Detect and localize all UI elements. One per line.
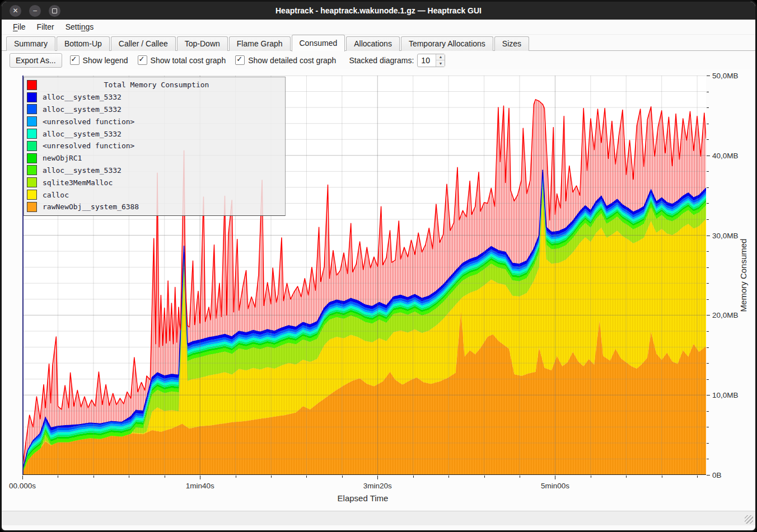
legend-item: <unresolved function> xyxy=(24,115,285,128)
tick-mark xyxy=(662,475,662,478)
tick-mark xyxy=(707,124,709,124)
tick-mark xyxy=(707,283,709,284)
tick-mark xyxy=(707,156,710,156)
tick-mark xyxy=(707,475,710,475)
maximize-button[interactable] xyxy=(49,5,60,17)
tick-mark xyxy=(484,475,485,478)
minimize-button[interactable]: – xyxy=(29,5,41,17)
checkbox-label: Show legend xyxy=(83,56,128,65)
tick-mark xyxy=(520,475,520,478)
tick-mark xyxy=(165,475,165,478)
legend-item: rawNewObj__system_6388 xyxy=(24,201,285,213)
tick-mark xyxy=(448,475,449,478)
checkmark-icon xyxy=(70,55,80,65)
legend-label: rawNewObj__system_6388 xyxy=(43,203,139,211)
tick-mark xyxy=(22,475,23,479)
tick-mark xyxy=(707,251,709,252)
legend-item: <unresolved function> xyxy=(24,140,285,152)
checkbox-label: Show detailed cost graph xyxy=(248,56,336,65)
tick-mark xyxy=(94,475,94,478)
legend-swatch xyxy=(27,190,37,200)
close-icon: ✕ xyxy=(12,7,18,14)
legend-label: <unresolved function> xyxy=(43,142,134,150)
tick-mark xyxy=(707,267,709,268)
tick-mark xyxy=(707,379,709,380)
y-tick-label: 20,0MB xyxy=(712,311,739,319)
tick-mark xyxy=(707,76,710,76)
tick-mark xyxy=(200,475,200,479)
legend-swatch xyxy=(27,153,37,163)
legend-item: calloc xyxy=(24,189,285,201)
legend-swatch xyxy=(27,141,37,151)
tick-mark xyxy=(697,475,698,478)
tick-mark xyxy=(271,475,272,478)
legend-label: alloc__system_5332 xyxy=(43,93,122,101)
export-as-button[interactable]: Export As... xyxy=(10,53,62,68)
tab-caller-callee[interactable]: Caller / Callee xyxy=(111,36,176,51)
tick-mark xyxy=(707,139,709,140)
memory-consumption-chart: Total Memory Consumptionalloc__system_53… xyxy=(2,69,755,511)
checkbox-show-legend[interactable]: Show legend xyxy=(70,55,128,65)
legend-swatch xyxy=(27,177,37,187)
tick-mark xyxy=(707,92,709,92)
tab-top-down[interactable]: Top-Down xyxy=(177,36,228,51)
tick-mark xyxy=(555,475,555,479)
tick-mark xyxy=(707,331,709,332)
menu-item-settings[interactable]: Settings xyxy=(60,21,100,32)
toolbar: Export As... Show legendShow total cost … xyxy=(2,51,755,69)
x-tick-label: 5min00s xyxy=(541,482,569,490)
stacked-diagrams-input[interactable] xyxy=(418,54,436,67)
y-tick-label: 0B xyxy=(712,471,722,479)
spin-down-icon[interactable]: ▼ xyxy=(436,60,445,67)
tick-mark xyxy=(707,459,709,459)
tab-temporary-allocations[interactable]: Temporary Allocations xyxy=(401,36,493,51)
y-tick-label: 10,0MB xyxy=(712,391,739,399)
tick-mark xyxy=(707,363,709,364)
legend-item: alloc__system_5332 xyxy=(24,164,285,177)
legend-item: newObjRC1 xyxy=(24,152,285,164)
menu-bar: FileFilterSettings xyxy=(2,20,755,35)
tab-consumed[interactable]: Consumed xyxy=(292,35,345,51)
legend-swatch xyxy=(27,202,37,212)
tab-bar: SummaryBottom-UpCaller / CalleeTop-DownF… xyxy=(2,35,755,51)
tab-flame-graph[interactable]: Flame Graph xyxy=(229,36,291,51)
legend-label: calloc xyxy=(43,191,69,199)
legend-item: alloc__system_5332 xyxy=(24,91,285,103)
legend-item: sqlite3MemMalloc xyxy=(24,176,285,189)
spin-up-icon[interactable]: ▲ xyxy=(436,54,445,61)
resize-grip[interactable] xyxy=(745,515,753,524)
x-tick-label: 1min40s xyxy=(186,482,214,490)
tab-sizes[interactable]: Sizes xyxy=(494,36,529,51)
checkbox-show-total-cost-graph[interactable]: Show total cost graph xyxy=(138,55,226,65)
tick-mark xyxy=(707,203,709,204)
tick-mark xyxy=(377,475,378,479)
y-tick-label: 40,0MB xyxy=(712,151,739,159)
menu-item-filter[interactable]: Filter xyxy=(31,21,60,32)
tick-mark xyxy=(58,475,58,478)
title-bar: ✕ – Heaptrack - heaptrack.wakunode.1.gz … xyxy=(2,2,755,20)
legend-label: newObjRC1 xyxy=(43,154,82,162)
menu-item-file[interactable]: File xyxy=(7,21,31,32)
minimize-icon: – xyxy=(33,7,37,14)
tab-summary[interactable]: Summary xyxy=(6,36,55,51)
legend-label: Total Memory Consumption xyxy=(43,81,270,89)
stacked-diagrams-spinbox: ▲ ▼ xyxy=(417,54,445,67)
checkmark-icon xyxy=(235,55,245,65)
checkbox-show-detailed-cost-graph[interactable]: Show detailed cost graph xyxy=(235,55,336,65)
tick-mark xyxy=(707,219,709,220)
tab-allocations[interactable]: Allocations xyxy=(346,36,400,51)
legend-swatch xyxy=(27,92,37,102)
checkmark-icon xyxy=(138,55,147,65)
chart-legend: Total Memory Consumptionalloc__system_53… xyxy=(24,77,286,216)
close-button[interactable]: ✕ xyxy=(10,5,21,17)
tick-mark xyxy=(707,236,710,236)
legend-item: alloc__system_5332 xyxy=(24,128,285,140)
y-tick-label: 30,0MB xyxy=(712,231,739,239)
legend-label: alloc__system_5332 xyxy=(43,105,122,114)
x-axis-title: Elapsed Time xyxy=(338,493,389,503)
x-tick-label: 00.000s xyxy=(9,482,36,490)
legend-label: alloc__system_5332 xyxy=(43,166,122,175)
tab-bottom-up[interactable]: Bottom-Up xyxy=(57,36,110,51)
y-axis-title: Memory Consumed xyxy=(739,239,748,312)
tick-mark xyxy=(707,411,709,412)
